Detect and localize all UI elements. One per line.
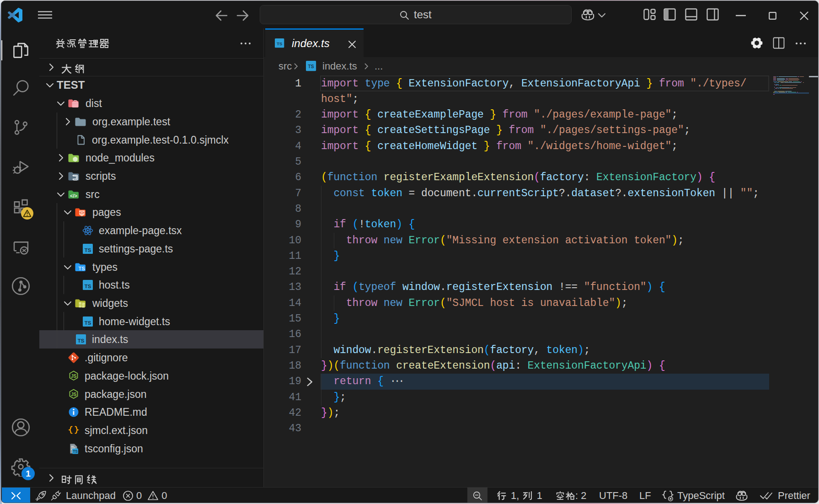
- svg-text:TS: TS: [78, 338, 85, 343]
- svg-text:TS: TS: [85, 320, 91, 326]
- svg-text:JS: JS: [71, 392, 77, 397]
- svg-text:TS: TS: [78, 266, 85, 271]
- svg-text:TS: TS: [85, 247, 91, 253]
- svg-text:<>: <>: [80, 210, 85, 215]
- svg-text:</>: </>: [70, 193, 77, 198]
- svg-text:TS: TS: [85, 284, 91, 289]
- svg-text:TS: TS: [73, 449, 78, 454]
- svg-text:JS: JS: [71, 374, 77, 379]
